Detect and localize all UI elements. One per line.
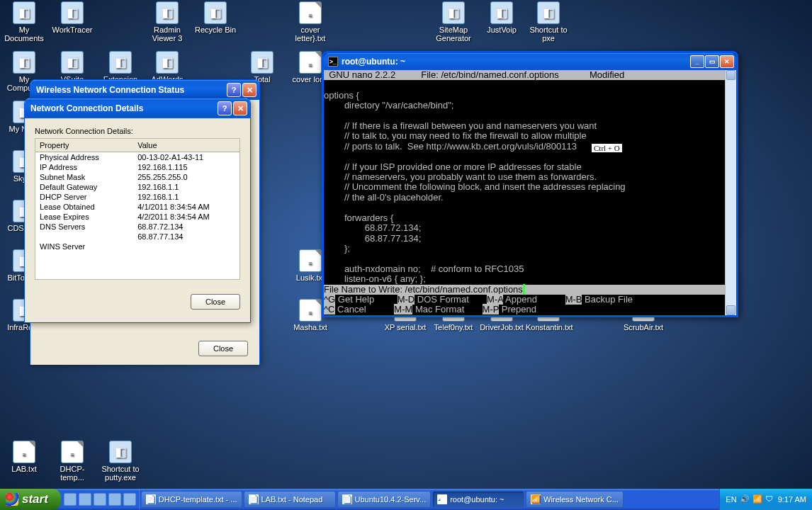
quick-launch bbox=[61, 489, 140, 510]
wireless-status-titlebar[interactable]: Wireless Network Connection Status ? ✕ bbox=[30, 80, 259, 100]
task-label: Ubuntu10.4.2-Serv... bbox=[355, 495, 427, 504]
icon-label: ScrubAir.txt bbox=[621, 323, 666, 332]
app-icon: ◧ bbox=[61, 1, 84, 24]
desktop-icon[interactable]: ◧Recycle Bin bbox=[193, 1, 238, 34]
ql-ie-icon[interactable] bbox=[64, 493, 77, 506]
table-row: DNS Servers68.87.72.134 bbox=[35, 222, 239, 232]
scroll-up-button[interactable] bbox=[726, 70, 735, 80]
scrollbar[interactable] bbox=[725, 70, 736, 315]
app-icon: ◧ bbox=[13, 1, 35, 24]
close-icon[interactable]: ✕ bbox=[720, 55, 734, 68]
minimize-button[interactable]: _ bbox=[690, 55, 704, 68]
icon-label: JustVoip bbox=[479, 26, 524, 34]
property-cell: Lease Obtained bbox=[35, 202, 133, 212]
ql-media-icon[interactable] bbox=[94, 493, 106, 506]
desktop-icon[interactable]: ◧My Documents bbox=[1, 1, 47, 42]
desktop-icon[interactable]: ◧Radmin Viewer 3 bbox=[145, 1, 190, 42]
ql-app2-icon[interactable] bbox=[123, 493, 136, 506]
desktop-icon[interactable]: ≡DHCP-temp... bbox=[50, 441, 95, 482]
ql-desktop-icon[interactable] bbox=[79, 493, 91, 506]
table-row: Lease Expires4/2/2011 8:34:54 AM bbox=[35, 212, 239, 222]
task-icon: 📄 bbox=[249, 494, 259, 504]
task-label: Wireless Network C... bbox=[543, 495, 619, 504]
language-indicator[interactable]: EN bbox=[726, 495, 736, 504]
task-icon: 📄 bbox=[342, 494, 352, 504]
table-row: WINS Server bbox=[35, 242, 239, 251]
help-button[interactable]: ? bbox=[227, 83, 241, 97]
task-button[interactable]: 📄DHCP-template.txt - ... bbox=[141, 491, 242, 508]
property-cell: Lease Expires bbox=[35, 212, 133, 222]
close-icon[interactable]: ✕ bbox=[242, 83, 256, 97]
value-cell: 68.87.72.134 bbox=[133, 222, 239, 232]
maximize-button[interactable]: ▭ bbox=[705, 55, 719, 68]
icon-label: WorkTracer bbox=[50, 26, 95, 34]
app-icon: ◧ bbox=[251, 51, 274, 74]
icon-label: Recycle Bin bbox=[193, 26, 238, 34]
scroll-down-button[interactable] bbox=[726, 305, 735, 315]
nano-editor[interactable]: GNU nano 2.2.2 File: /etc/bind/named.con… bbox=[324, 70, 725, 315]
icon-label: Konstantin.txt bbox=[526, 323, 571, 332]
property-cell: DNS Servers bbox=[35, 222, 133, 232]
network-details-window: Network Connection Details ? ✕ Network C… bbox=[24, 98, 251, 323]
terminal-title: root@ubuntu: ~ bbox=[342, 57, 689, 67]
clock[interactable]: 9:17 AM bbox=[778, 495, 806, 504]
system-tray[interactable]: EN 🔊 📶 🛡 9:17 AM bbox=[719, 489, 812, 510]
tray-shield-icon[interactable]: 🛡 bbox=[765, 494, 775, 504]
desktop-icon[interactable]: ◧Shortcut to putty.exe bbox=[98, 441, 143, 482]
txt-file-icon: ≡ bbox=[299, 1, 322, 24]
task-button[interactable]: 📄LAB.txt - Notepad bbox=[244, 491, 336, 508]
desktop-icon[interactable]: ◧Shortcut to pxe bbox=[526, 1, 571, 42]
icon-label: Shortcut to putty.exe bbox=[98, 465, 143, 482]
close-button[interactable]: Close bbox=[198, 341, 248, 356]
help-button[interactable]: ? bbox=[218, 101, 232, 115]
icon-label: SiteMap Generator bbox=[431, 26, 476, 42]
network-details-title: Network Connection Details bbox=[30, 103, 216, 113]
txt-file-icon: ≡ bbox=[61, 441, 84, 463]
ql-app-icon[interactable] bbox=[108, 493, 121, 506]
app-icon: ◧ bbox=[537, 1, 560, 24]
app-icon: ◧ bbox=[109, 51, 132, 74]
close-icon[interactable]: ✕ bbox=[233, 101, 247, 115]
property-cell: WINS Server bbox=[35, 242, 133, 251]
icon-label: Telef0ny.txt bbox=[431, 323, 476, 332]
task-button[interactable]: ▪root@ubuntu: ~ bbox=[432, 491, 524, 508]
property-cell: Default Gateway bbox=[35, 182, 133, 192]
col-value: Value bbox=[133, 139, 239, 152]
tray-icon[interactable]: 🔊 bbox=[740, 494, 750, 504]
desktop-icon[interactable]: ◧JustVoip bbox=[479, 1, 524, 34]
app-icon: ◧ bbox=[13, 51, 35, 74]
table-row: 68.87.77.134 bbox=[35, 232, 239, 242]
start-button[interactable]: start bbox=[0, 489, 61, 510]
desktop-icon[interactable]: ≡LAB.txt bbox=[1, 441, 47, 473]
details-table: Property Value Physical Address00-13-02-… bbox=[35, 139, 239, 251]
property-cell: DHCP Server bbox=[35, 192, 133, 202]
property-cell bbox=[35, 232, 133, 242]
icon-label: DHCP-temp... bbox=[50, 465, 95, 482]
icon-label: Radmin Viewer 3 bbox=[145, 26, 190, 42]
value-cell: 4/2/2011 8:34:54 AM bbox=[133, 212, 239, 222]
value-cell: 255.255.255.0 bbox=[133, 172, 239, 182]
icon-label: DriverJob.txt bbox=[479, 323, 524, 332]
app-icon: ◧ bbox=[109, 441, 132, 463]
app-icon: ◧ bbox=[156, 51, 179, 74]
property-cell: Subnet Mask bbox=[35, 172, 133, 182]
terminal-titlebar[interactable]: >_ root@ubuntu: ~ _ ▭ ✕ bbox=[324, 53, 736, 70]
desktop-icon[interactable]: ◧SiteMap Generator bbox=[431, 1, 476, 42]
property-cell: Physical Address bbox=[35, 152, 133, 163]
txt-file-icon: ≡ bbox=[13, 441, 35, 463]
tray-network-icon[interactable]: 📶 bbox=[752, 494, 762, 504]
terminal-body[interactable]: GNU nano 2.2.2 File: /etc/bind/named.con… bbox=[324, 70, 736, 315]
icon-label: XP serial.txt bbox=[383, 323, 428, 332]
terminal-icon: >_ bbox=[328, 57, 338, 67]
app-icon: ◧ bbox=[156, 1, 179, 24]
property-cell: IP Address bbox=[35, 162, 133, 172]
close-button[interactable]: Close bbox=[191, 294, 240, 310]
table-row: IP Address192.168.1.115 bbox=[35, 162, 239, 172]
network-details-titlebar[interactable]: Network Connection Details ? ✕ bbox=[25, 98, 250, 118]
task-icon: 📶 bbox=[531, 494, 541, 504]
desktop-icon[interactable]: ◧WorkTracer bbox=[50, 1, 95, 34]
task-button[interactable]: 📶Wireless Network C... bbox=[526, 491, 624, 508]
value-cell: 192.168.1.1 bbox=[133, 192, 239, 202]
desktop-icon[interactable]: ≡cover letter}.txt bbox=[288, 1, 333, 42]
task-button[interactable]: 📄Ubuntu10.4.2-Serv... bbox=[337, 491, 432, 508]
